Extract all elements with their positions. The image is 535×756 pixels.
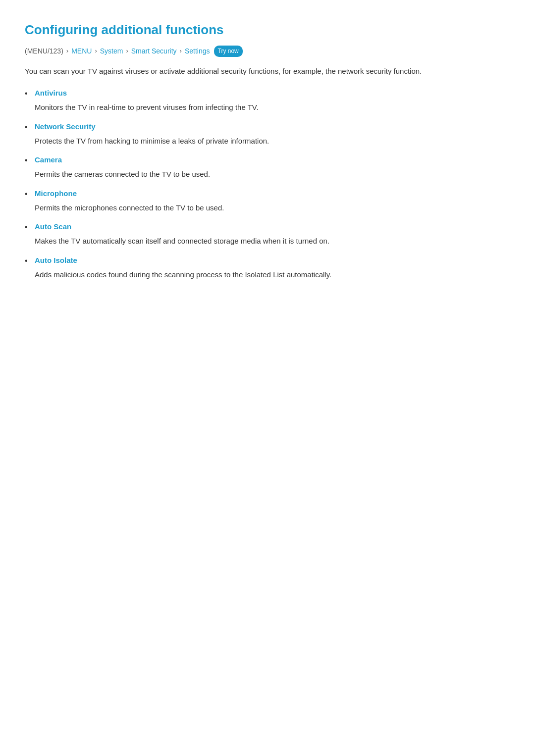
page-title: Configuring additional functions <box>25 20 510 41</box>
feature-title-1[interactable]: Network Security <box>35 121 510 133</box>
feature-item-1: Network SecurityProtects the TV from hac… <box>25 121 510 148</box>
feature-item-5: Auto IsolateAdds malicious codes found d… <box>25 254 510 281</box>
breadcrumb-sep-3: › <box>126 46 128 56</box>
breadcrumb-sep-1: › <box>66 46 68 56</box>
feature-title-0[interactable]: Antivirus <box>35 87 510 99</box>
feature-desc-4: Makes the TV automatically scan itself a… <box>35 235 510 248</box>
feature-desc-1: Protects the TV from hacking to minimise… <box>35 135 510 148</box>
breadcrumb-smart-security[interactable]: Smart Security <box>131 46 177 56</box>
intro-text: You can scan your TV against viruses or … <box>25 65 510 78</box>
breadcrumb-sep-2: › <box>95 46 97 56</box>
feature-desc-0: Monitors the TV in real-time to prevent … <box>35 101 510 114</box>
breadcrumb-menu-code: (MENU/123) <box>25 46 63 56</box>
try-now-badge[interactable]: Try now <box>214 46 243 57</box>
breadcrumb: (MENU/123) › MENU › System › Smart Secur… <box>25 46 510 57</box>
feature-item-4: Auto ScanMakes the TV automatically scan… <box>25 221 510 248</box>
feature-desc-3: Permits the microphones connected to the… <box>35 202 510 214</box>
feature-item-3: MicrophonePermits the microphones connec… <box>25 188 510 214</box>
feature-title-5[interactable]: Auto Isolate <box>35 254 510 266</box>
feature-desc-5: Adds malicious codes found during the sc… <box>35 268 510 281</box>
breadcrumb-menu[interactable]: MENU <box>71 46 92 56</box>
feature-item-2: CameraPermits the cameras connected to t… <box>25 154 510 181</box>
breadcrumb-settings[interactable]: Settings <box>185 46 210 56</box>
breadcrumb-sep-4: › <box>180 46 182 56</box>
feature-item-0: AntivirusMonitors the TV in real-time to… <box>25 87 510 114</box>
feature-list: AntivirusMonitors the TV in real-time to… <box>25 87 510 281</box>
breadcrumb-system[interactable]: System <box>100 46 123 56</box>
feature-title-4[interactable]: Auto Scan <box>35 221 510 233</box>
feature-title-2[interactable]: Camera <box>35 154 510 166</box>
feature-title-3[interactable]: Microphone <box>35 188 510 200</box>
feature-desc-2: Permits the cameras connected to the TV … <box>35 168 510 181</box>
